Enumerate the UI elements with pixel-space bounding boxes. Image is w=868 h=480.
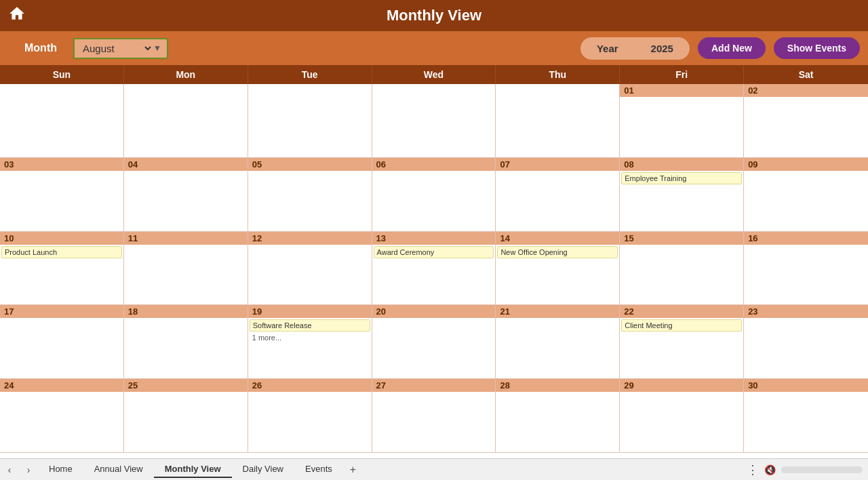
calendar-event[interactable]: Client Meeting (621, 319, 742, 332)
calendar-cell-14[interactable]: 14New Office Opening (496, 232, 620, 306)
bottom-tab-events[interactable]: Events (294, 461, 343, 478)
calendar-cell-04[interactable]: 04 (124, 158, 248, 232)
calendar-cell-15[interactable]: 15 (620, 232, 744, 306)
day-number: 18 (124, 305, 248, 318)
calendar-event[interactable]: Software Release (250, 319, 370, 332)
bottom-options-button[interactable]: ⋮ (741, 462, 764, 477)
calendar-cell-29[interactable]: 29 (620, 379, 744, 453)
day-number-empty (248, 84, 372, 87)
calendar-cell-17[interactable]: 17 (0, 305, 124, 379)
calendar-cell-10[interactable]: 10Product Launch (0, 232, 124, 306)
calendar-cell-22[interactable]: 22Client Meeting (620, 305, 744, 379)
calendar-event[interactable]: Award Ceremony (374, 246, 494, 258)
day-number: 09 (744, 158, 868, 171)
calendar-cell-16[interactable]: 16 (744, 232, 868, 306)
calendar-cell-26[interactable]: 26 (248, 379, 372, 453)
calendar-cell-23[interactable]: 23 (744, 305, 868, 379)
day-number: 28 (496, 379, 619, 392)
horizontal-scrollbar[interactable] (781, 466, 863, 473)
calendar-cell-03[interactable]: 03 (0, 158, 124, 232)
calendar-cell-27[interactable]: 27 (372, 379, 496, 453)
calendar-cell-30[interactable]: 30 (744, 379, 868, 453)
calendar-cell-09[interactable]: 09 (744, 158, 868, 232)
day-number: 30 (744, 379, 868, 392)
add-new-button[interactable]: Add New (698, 37, 766, 59)
day-number: 11 (124, 232, 248, 245)
day-number: 20 (372, 305, 496, 318)
calendar-cell-02[interactable]: 02 (744, 84, 868, 158)
calendar-cell-11[interactable]: 11 (124, 232, 248, 306)
add-tab-button[interactable]: + (343, 461, 363, 479)
day-number: 23 (744, 305, 868, 318)
bottom-tab-monthly-view[interactable]: Monthly View (154, 461, 232, 478)
calendar-cell-empty-0-1[interactable] (124, 84, 248, 158)
calendar-cell-20[interactable]: 20 (372, 305, 496, 379)
day-number: 27 (372, 379, 496, 392)
calendar-event[interactable]: Employee Training (621, 172, 742, 184)
calendar-day-header-wed: Wed (372, 65, 496, 84)
calendar-day-header-sat: Sat (744, 65, 868, 84)
calendar-day-header-fri: Fri (620, 65, 744, 84)
bottom-scrollbar-area: 🔇 (764, 464, 868, 475)
bottom-bar: ‹ › HomeAnnual ViewMonthly ViewDaily Vie… (0, 458, 868, 480)
speaker-icon: 🔇 (764, 464, 776, 475)
day-number-empty (372, 84, 496, 87)
day-number: 07 (496, 158, 619, 171)
calendar-cell-25[interactable]: 25 (124, 379, 248, 453)
calendar-cell-19[interactable]: 19Software Release1 more... (248, 305, 372, 379)
calendar-cell-07[interactable]: 07 (496, 158, 620, 232)
calendar-cell-01[interactable]: 01 (620, 84, 744, 158)
bottom-tab-home[interactable]: Home (38, 461, 83, 478)
calendar-cell-18[interactable]: 18 (124, 305, 248, 379)
calendar-cell-empty-0-3[interactable] (372, 84, 496, 158)
day-number: 10 (0, 232, 123, 245)
day-number: 02 (744, 84, 868, 97)
month-button[interactable]: Month (8, 37, 73, 60)
day-number: 13 (372, 232, 496, 245)
calendar-day-header-mon: Mon (124, 65, 248, 84)
toolbar: Month JanuaryFebruaryMarch AprilMayJune … (0, 31, 868, 65)
bottom-tab-annual-view[interactable]: Annual View (83, 461, 154, 478)
month-select-wrap: JanuaryFebruaryMarch AprilMayJune JulyAu… (73, 38, 168, 59)
calendar-cell-empty-0-4[interactable] (496, 84, 620, 158)
day-number: 24 (0, 379, 123, 392)
calendar-day-header-thu: Thu (496, 65, 620, 84)
day-number-empty (124, 84, 248, 87)
calendar-cell-21[interactable]: 21 (496, 305, 620, 379)
calendar-day-header-sun: Sun (0, 65, 124, 84)
page-title: Monthly View (387, 7, 481, 24)
day-number: 03 (0, 158, 123, 171)
home-icon[interactable] (8, 5, 26, 26)
nav-back-arrow[interactable]: ‹ (0, 460, 19, 479)
month-select[interactable]: JanuaryFebruaryMarch AprilMayJune JulyAu… (80, 42, 153, 55)
calendar-cell-12[interactable]: 12 (248, 232, 372, 306)
day-number: 08 (620, 158, 743, 171)
day-number: 26 (248, 379, 372, 392)
app-header: Monthly View (0, 0, 868, 31)
calendar-cell-empty-0-0[interactable] (0, 84, 124, 158)
calendar-more[interactable]: 1 more... (250, 333, 370, 342)
day-number: 16 (744, 232, 868, 245)
calendar-cell-05[interactable]: 05 (248, 158, 372, 232)
calendar-cell-08[interactable]: 08Employee Training (620, 158, 744, 232)
calendar-cell-13[interactable]: 13Award Ceremony (372, 232, 496, 306)
calendar-header-row: SunMonTueWedThuFriSat (0, 65, 868, 84)
calendar-event[interactable]: Product Launch (1, 246, 122, 258)
nav-forward-arrow[interactable]: › (19, 460, 38, 479)
day-number: 15 (620, 232, 743, 245)
day-number: 04 (124, 158, 248, 171)
calendar-cell-06[interactable]: 06 (372, 158, 496, 232)
calendar-wrap: SunMonTueWedThuFriSat 0102030405060708Em… (0, 65, 868, 458)
calendar-cell-24[interactable]: 24 (0, 379, 124, 453)
show-events-button[interactable]: Show Events (774, 37, 860, 59)
calendar-cell-28[interactable]: 28 (496, 379, 620, 453)
bottom-tab-daily-view[interactable]: Daily View (232, 461, 294, 478)
year-value: 2025 (635, 37, 690, 60)
calendar-event[interactable]: New Office Opening (497, 246, 618, 258)
day-number: 14 (496, 232, 619, 245)
day-number: 06 (372, 158, 496, 171)
day-number: 25 (124, 379, 248, 392)
day-number: 05 (248, 158, 372, 171)
calendar-cell-empty-0-2[interactable] (248, 84, 372, 158)
day-number-empty (496, 84, 619, 87)
